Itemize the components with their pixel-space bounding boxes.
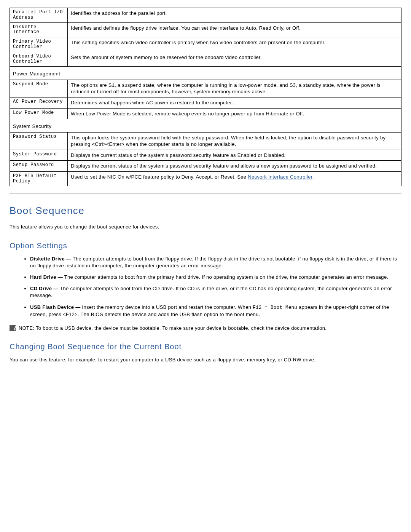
setting-label: PXE BIS Default Policy [10, 171, 68, 186]
list-item: CD Drive — The computer attempts to boot… [30, 285, 401, 299]
boot-sequence-intro: This feature allows you to change the bo… [10, 224, 401, 230]
list-item: Hard Drive — The computer attempts to bo… [30, 274, 401, 281]
section-header-row: System Security [10, 119, 401, 133]
table-row: System PasswordDisplays the current stat… [10, 150, 401, 161]
table-row: Setup PasswordDisplays the current statu… [10, 161, 401, 172]
list-item: Diskette Drive — The computer attempts t… [30, 256, 401, 269]
table-row: AC Power RecoveryDetermines what happens… [10, 97, 401, 109]
note-icon [10, 325, 16, 331]
table-row: Onboard Video ControllerSets the amount … [10, 52, 401, 67]
table-row: Low Power ModeWhen Low Power Mode is sel… [10, 108, 401, 119]
table-row: Parallel Port I/O AddressIdentifies the … [10, 8, 401, 23]
section-header: Power Management [10, 67, 401, 80]
setting-desc: This setting specifies which video contr… [68, 37, 401, 52]
note-block: NOTE: To boot to a USB device, the devic… [10, 325, 401, 332]
section-header-row: Power Management [10, 67, 401, 80]
option-settings-list: Diskette Drive — The computer attempts t… [10, 256, 401, 318]
setting-label: Low Power Mode [10, 108, 68, 119]
settings-table: Parallel Port I/O AddressIdentifies the … [10, 8, 401, 186]
table-row: Diskette InterfaceIdentifies and defines… [10, 22, 401, 37]
setting-label: System Password [10, 150, 68, 161]
changing-boot-intro: You can use this feature, for example, t… [10, 356, 401, 363]
setting-desc: Identifies the address for the parallel … [68, 8, 401, 23]
heading-boot-sequence: Boot Sequence [10, 205, 401, 217]
heading-changing-boot: Changing Boot Sequence for the Current B… [10, 342, 401, 351]
setting-label: Onboard Video Controller [10, 52, 68, 67]
setting-label: Parallel Port I/O Address [10, 8, 68, 23]
setting-desc: Sets the amount of system memory to be r… [68, 52, 401, 67]
note-text: NOTE: To boot to a USB device, the devic… [19, 325, 327, 332]
section-header: System Security [10, 119, 401, 133]
setting-label: Diskette Interface [10, 22, 68, 37]
list-item: USB Flash Device — Insert the memory dev… [30, 304, 401, 318]
setting-label: AC Power Recovery [10, 97, 68, 109]
table-row: Suspend ModeThe options are S1, a suspen… [10, 80, 401, 97]
table-row: Password StatusThis option locks the sys… [10, 132, 401, 150]
setting-label: Password Status [10, 132, 68, 150]
divider [10, 193, 401, 193]
heading-option-settings: Option Settings [10, 241, 401, 250]
network-interface-controller-link[interactable]: Network Interface Controller [248, 174, 312, 180]
setting-desc: Identifies and defines the floppy drive … [68, 22, 401, 37]
setting-label: Setup Password [10, 161, 68, 172]
table-row: Primary Video ControllerThis setting spe… [10, 37, 401, 52]
setting-desc: Displays the current status of the syste… [68, 161, 401, 172]
setting-desc: The options are S1, a suspend state, whe… [68, 80, 401, 97]
setting-desc: When Low Power Mode is selected, remote … [68, 108, 401, 119]
table-row: PXE BIS Default Policy Used to set the N… [10, 171, 401, 186]
setting-desc: Displays the current status of the syste… [68, 150, 401, 161]
setting-desc: Determines what happens when AC power is… [68, 97, 401, 109]
setting-desc: This option locks the system password fi… [68, 132, 401, 150]
setting-desc: Used to set the NIC On w/PCE feature pol… [68, 171, 401, 186]
setting-label: Primary Video Controller [10, 37, 68, 52]
setting-label: Suspend Mode [10, 80, 68, 97]
